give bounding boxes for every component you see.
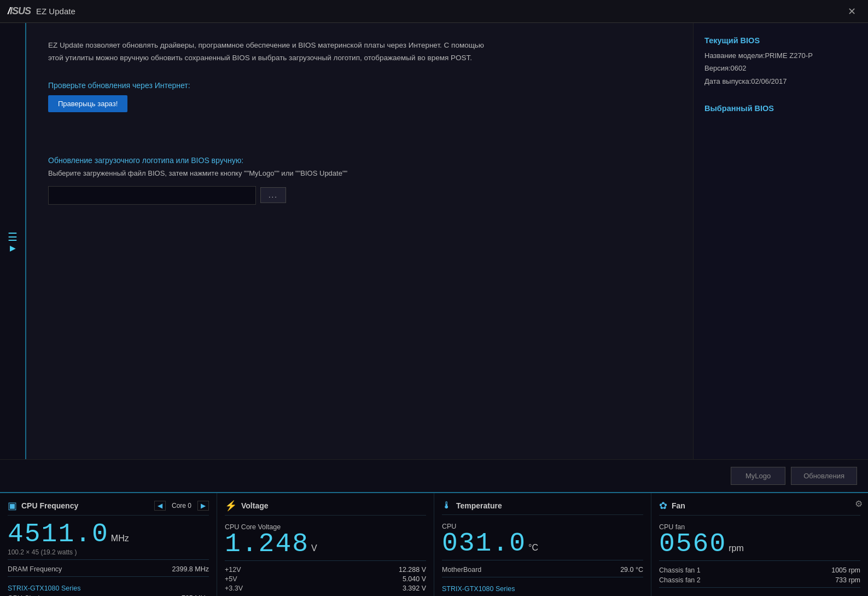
- fan-display: 0560rpm: [659, 531, 860, 557]
- temperature-panel: 🌡 Temperature CPU 031.0°C MotherBoard 29…: [434, 493, 651, 596]
- cpu-gpu-link[interactable]: STRIX-GTX1080 Series: [8, 585, 209, 592]
- chassis-fan2-value: 733 rpm: [835, 576, 860, 584]
- temperature-icon: 🌡: [442, 500, 452, 511]
- app-title: EZ Update: [36, 7, 75, 16]
- cpu-unit: MHz: [111, 534, 129, 543]
- core-next-button[interactable]: ▶: [197, 501, 209, 511]
- sidebar-strip: ☰ ▶: [0, 23, 26, 459]
- selected-bios-title: Выбранный BIOS: [704, 104, 857, 113]
- voltage-panel-header: ⚡ Voltage: [225, 500, 426, 516]
- dram-value: 2399.8 MHz: [172, 565, 209, 573]
- voltage-33v-value: 3.392 V: [403, 585, 426, 592]
- check-now-button[interactable]: Праверыць зараз!: [48, 95, 127, 112]
- voltage-33v-row: +3.3V 3.392 V: [225, 585, 426, 592]
- browse-button[interactable]: ...: [260, 187, 286, 203]
- bios-date: Дата выпуска:02/06/2017: [704, 75, 857, 88]
- dram-label: DRAM Frequency: [8, 565, 62, 573]
- main-layout: ☰ ▶ EZ Update позволяет обновлять драйве…: [0, 23, 868, 459]
- manual-title: Обновление загрузочного логотипа или BIO…: [48, 156, 671, 165]
- fan-panel: ✿ Fan ⚙ CPU fan 0560rpm Chassis fan 1 10…: [651, 493, 868, 596]
- asus-logo: /ISUS: [8, 5, 31, 17]
- temperature-unit: °C: [528, 543, 538, 552]
- cpu-icon: ▣: [8, 500, 17, 512]
- content-area: EZ Update позволяет обновлять драйверы, …: [26, 23, 693, 459]
- description-text: EZ Update позволяет обновлять драйверы, …: [48, 39, 497, 65]
- settings-gear-icon[interactable]: ⚙: [855, 499, 863, 509]
- core-prev-button[interactable]: ◀: [154, 501, 166, 511]
- chassis-fan1-value: 1005 rpm: [831, 566, 860, 574]
- dram-row: DRAM Frequency 2399.8 MHz: [8, 565, 209, 573]
- manual-desc: Выберите загруженный файл BIOS, затем на…: [48, 169, 671, 177]
- bios-file-input[interactable]: [48, 186, 256, 205]
- temp-gpu-link[interactable]: STRIX-GTX1080 Series: [442, 585, 643, 593]
- bios-model: Название модели:PRIME Z270-P: [704, 49, 857, 62]
- voltage-big-value: 1.248: [225, 529, 309, 559]
- voltage-unit: V: [311, 543, 317, 553]
- check-link: Проверьте обновления через Интернет:: [48, 81, 671, 90]
- temperature-panel-header: 🌡 Temperature: [442, 500, 643, 515]
- current-bios-title: Текущий BIOS: [704, 36, 857, 45]
- close-button[interactable]: ✕: [843, 4, 860, 19]
- motherboard-label: MotherBoard: [442, 566, 481, 574]
- temperature-display: 031.0°C: [442, 530, 643, 557]
- voltage-5v-value: 5.040 V: [403, 575, 426, 583]
- fan-big-value: 0560: [659, 529, 726, 559]
- voltage-panel-title: Voltage: [241, 501, 269, 510]
- fan-icon: ✿: [659, 500, 667, 512]
- cpu-panel-header: ▣ CPU Frequency ◀ Core 0 ▶: [8, 500, 209, 516]
- fan-panel-header: ✿ Fan ⚙: [659, 500, 860, 516]
- motherboard-temp-row: MotherBoard 29.0 °C: [442, 566, 643, 574]
- voltage-panel: ⚡ Voltage CPU Core Voltage 1.248V +12V 1…: [217, 493, 434, 596]
- chassis-fan1-label: Chassis fan 1: [659, 566, 701, 574]
- core-label: Core 0: [168, 502, 195, 510]
- voltage-12v-label: +12V: [225, 566, 241, 574]
- voltage-5v-label: +5V: [225, 575, 237, 583]
- file-row: ...: [48, 186, 671, 205]
- cpu-frequency-display: 4511.0MHz: [8, 521, 209, 547]
- update-button[interactable]: Обновления: [791, 467, 857, 485]
- sidebar-arrow-icon[interactable]: ▶: [10, 244, 16, 252]
- mylogo-button[interactable]: MyLogo: [731, 467, 785, 485]
- bios-version: Версия:0602: [704, 62, 857, 74]
- cpu-panel: ▣ CPU Frequency ◀ Core 0 ▶ 4511.0MHz 100…: [0, 493, 217, 596]
- check-section: Проверьте обновления через Интернет: Пра…: [48, 81, 671, 112]
- chassis-fan1-row: Chassis fan 1 1005 rpm: [659, 566, 860, 574]
- cpu-panel-title: CPU Frequency: [21, 501, 78, 510]
- voltage-12v-value: 12.288 V: [399, 566, 426, 574]
- menu-icon[interactable]: ☰: [8, 230, 18, 244]
- voltage-33v-label: +3.3V: [225, 585, 243, 592]
- status-bar: ▣ CPU Frequency ◀ Core 0 ▶ 4511.0MHz 100…: [0, 492, 868, 596]
- fan-panel-title: Fan: [672, 501, 685, 510]
- chassis-fan2-label: Chassis fan 2: [659, 576, 701, 584]
- motherboard-value: 29.0 °C: [620, 566, 643, 574]
- action-bar: MyLogo Обновления: [0, 459, 868, 492]
- cpu-sub-value: 100.2 × 45 (19.2 watts ): [8, 548, 209, 556]
- voltage-5v-row: +5V 5.040 V: [225, 575, 426, 583]
- temperature-big-value: 031.0: [442, 529, 526, 558]
- fan-unit: rpm: [729, 543, 744, 553]
- right-panel: Текущий BIOS Название модели:PRIME Z270-…: [693, 23, 868, 459]
- chassis-fan2-row: Chassis fan 2 733 rpm: [659, 576, 860, 584]
- voltage-icon: ⚡: [225, 500, 237, 512]
- temperature-panel-title: Temperature: [456, 501, 502, 510]
- title-bar: /ISUS EZ Update ✕: [0, 0, 868, 23]
- voltage-12v-row: +12V 12.288 V: [225, 566, 426, 574]
- core-selector: ◀ Core 0 ▶: [154, 501, 209, 511]
- cpu-big-value: 4511.0: [8, 519, 109, 549]
- voltage-display: 1.248V: [225, 531, 426, 557]
- title-bar-left: /ISUS EZ Update: [8, 5, 75, 17]
- manual-section: Обновление загрузочного логотипа или BIO…: [48, 156, 671, 205]
